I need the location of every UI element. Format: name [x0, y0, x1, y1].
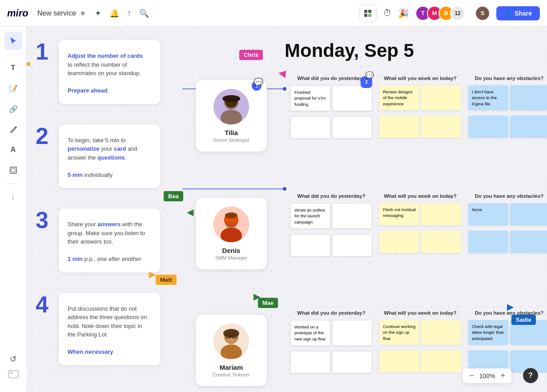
cursor-chris: Chris [239, 50, 263, 60]
sticky-denis-yesterday-4[interactable] [332, 234, 372, 256]
sticky-mariam-today-3[interactable] [379, 350, 419, 372]
sticky-denis-obstacles-4[interactable] [510, 231, 547, 253]
sticky-row-2-today-2 [379, 231, 461, 256]
sticky-row-1-yesterday-3: Worked on a prototype of the new sign up… [290, 320, 372, 348]
cursor-bea-arrow: ◀ [187, 207, 193, 217]
text-tool[interactable]: T [4, 59, 22, 77]
col-header-obstacles-1: Do you have any obstacles? [468, 76, 547, 81]
svg-rect-5 [10, 167, 16, 173]
pen-tool[interactable] [4, 120, 22, 138]
sticky-tilia-obstacles-1[interactable]: I don't have access to the Figma file [468, 85, 508, 110]
step-1-text: Adjust the number of cards to reflect th… [68, 49, 151, 95]
sticky-mariam-yesterday-2[interactable] [332, 320, 372, 346]
photo-mariam [213, 324, 249, 359]
sticky-denis-obstacles-1[interactable]: None [468, 203, 508, 225]
sticky-denis-yesterday-2[interactable] [332, 203, 372, 229]
frame-tool[interactable] [4, 161, 22, 179]
svg-point-26 [226, 222, 237, 229]
sticky-tilia-yesterday-1[interactable]: Finished proposal for V3's funding [290, 85, 330, 111]
standup-row-1: What did you do yesterday? Finished prop… [287, 76, 547, 143]
project-title: New service [37, 9, 76, 17]
col-yesterday-1: What did you do yesterday? Finished prop… [287, 76, 376, 143]
settings-icon[interactable]: ✦ [95, 8, 101, 18]
zoom-out-button[interactable]: − [469, 371, 474, 380]
shape-tool[interactable]: 🔗 [4, 100, 22, 118]
sticky-tilia-today-1[interactable]: Review designs of the mobile experience [379, 85, 419, 110]
photo-tilia [213, 89, 249, 124]
sticky-tilia-yesterday-4[interactable] [332, 116, 372, 139]
sticky-tilia-today-2[interactable] [421, 85, 461, 110]
more-tools[interactable]: ··· [4, 188, 22, 206]
sticky-mariam-yesterday-4[interactable] [332, 351, 372, 373]
sticky-denis-obstacles-2[interactable] [510, 203, 547, 225]
sticky-mariam-today-4[interactable] [421, 350, 461, 372]
project-name: New service ★ [37, 9, 86, 17]
sticky-tilia-today-3[interactable] [379, 116, 419, 138]
svg-rect-1 [368, 10, 371, 13]
logo: miro [7, 8, 28, 19]
name-denis: Denis [222, 247, 241, 254]
sticky-denis-yesterday-1[interactable]: Wrote an outline for the launch campaign [290, 203, 330, 229]
step-4-text: Put discussions that do not address the … [68, 302, 151, 356]
step-2-card: To begin, take 5 min to personalize your… [59, 124, 160, 188]
sticky-row-2-today-3 [379, 350, 461, 375]
role-denis: SMM Manager [215, 255, 247, 260]
sticky-denis-today-3[interactable] [379, 231, 419, 253]
standup-row-2: What did you do yesterday? Wrote an outl… [287, 193, 547, 259]
step-3-card: Share your answers with the group. Make … [59, 208, 160, 272]
step-2-number: 2 [36, 124, 53, 196]
sticky-row-1-yesterday-2: Wrote an outline for the launch campaign [290, 203, 372, 232]
step-4-number: 4 [36, 293, 53, 372]
person-card-tilia: 3 💬 Tilia Senior Strategist [196, 80, 267, 152]
share-label: Share [515, 10, 532, 17]
sticky-denis-today-2[interactable] [421, 203, 461, 225]
search-icon[interactable]: 🔍 [139, 8, 149, 18]
col-header-yesterday-1: What did you do yesterday? [290, 76, 372, 81]
date-title: Monday, Sep 5 [285, 40, 414, 61]
col-yesterday-3: What did you do yesterday? Worked on a p… [287, 310, 376, 376]
svg-point-34 [223, 329, 239, 338]
sticky-row-1-today-3: Continue working on the sign up flow [379, 320, 461, 348]
col-header-today-1: What will you woek on today? [379, 76, 461, 81]
sticky-mariam-yesterday-3[interactable] [290, 351, 330, 373]
sticky-denis-today-4[interactable] [421, 231, 461, 253]
col-today-3: What will you woek on today? Continue wo… [376, 310, 465, 376]
sticky-denis-today-1[interactable]: Flesh out invidual messaging [379, 203, 419, 225]
sticky-mariam-yesterday-1[interactable]: Worked on a prototype of the new sign up… [290, 320, 330, 346]
text-large-tool[interactable]: A [4, 141, 22, 159]
sticky-tilia-obstacles-2[interactable] [510, 85, 547, 110]
sticky-tilia-yesterday-3[interactable] [290, 116, 330, 139]
star-icon[interactable]: ★ [80, 9, 86, 17]
help-button[interactable]: ? [523, 368, 538, 383]
zoom-in-button[interactable]: + [500, 371, 505, 380]
sticky-mariam-today-1[interactable]: Continue working on the sign up flow [379, 320, 419, 345]
share-icon: 👤 [504, 10, 512, 17]
sticky-tool[interactable]: 📝 [4, 80, 22, 97]
bottom-left-toolbar: ↺ ↻ [0, 347, 27, 392]
sticky-tilia-yesterday-2[interactable] [332, 85, 372, 111]
apps-button[interactable]: + [359, 4, 377, 22]
more-icon: ··· [10, 195, 16, 200]
celebration-icon[interactable]: 🎉 [398, 8, 409, 19]
cursor-matt: Matt [156, 275, 177, 285]
sticky-denis-obstacles-3[interactable] [468, 231, 508, 253]
sticky-mariam-today-2[interactable] [421, 320, 461, 345]
notification-icon[interactable]: 🔔 [109, 8, 119, 18]
cursor-matt-arrow: ▶ [149, 269, 156, 280]
share-arrow-icon[interactable]: ↑ [127, 8, 131, 18]
sticky-tilia-obstacles-4[interactable] [510, 116, 547, 138]
yellow-corner-marker [27, 62, 30, 66]
zoom-level: 100% [479, 372, 495, 380]
sticky-row-2-today [379, 116, 461, 140]
sticky-denis-yesterday-3[interactable] [290, 234, 330, 256]
current-user-avatar[interactable]: S [475, 6, 490, 21]
collab-count[interactable]: 12 [450, 6, 465, 21]
share-button[interactable]: 👤 Share [496, 6, 540, 20]
sticky-tilia-today-4[interactable] [421, 116, 461, 138]
sticky-tilia-obstacles-3[interactable] [468, 116, 508, 138]
sticky-mariam-obstacles-1[interactable]: Check with legal takes longer than antic… [468, 320, 508, 345]
minimap-button[interactable] [0, 365, 27, 383]
timer-icon[interactable]: ⏱ [383, 8, 392, 18]
photo-denis [213, 207, 249, 242]
select-tool[interactable] [4, 32, 22, 50]
